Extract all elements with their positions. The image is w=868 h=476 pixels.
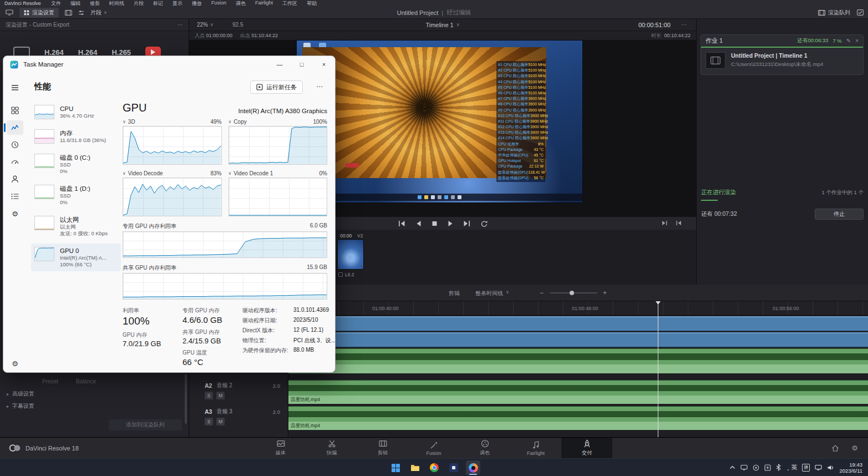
start-button[interactable]: [388, 460, 403, 475]
audio-clip-waveform[interactable]: [288, 406, 868, 422]
menu-item[interactable]: 显示: [172, 0, 182, 7]
menu-item[interactable]: 标记: [153, 0, 163, 7]
maximize-button[interactable]: □: [291, 56, 313, 73]
file-explorer-icon[interactable]: [408, 460, 422, 475]
render-queue-button[interactable]: 渲染队列: [818, 9, 850, 17]
perf-sidebar-item[interactable]: 以太网 以太网 发送: 0 接收: 0 Kbps: [31, 212, 121, 240]
range-label[interactable]: 剪辑: [449, 290, 460, 297]
users-nav-icon[interactable]: [7, 172, 23, 186]
menu-item[interactable]: 帮助: [307, 0, 317, 7]
play-reverse-button[interactable]: [415, 220, 422, 227]
home-icon[interactable]: [831, 444, 839, 452]
processes-nav-icon[interactable]: [7, 103, 23, 118]
tray-chevron-up-icon[interactable]: [729, 465, 735, 470]
playhead[interactable]: [658, 301, 658, 437]
skip-to-start-button[interactable]: [398, 220, 405, 227]
services-nav-icon[interactable]: ⚙: [7, 206, 23, 221]
menu-item[interactable]: 时间线: [109, 0, 124, 7]
solo-button[interactable]: S: [205, 418, 213, 426]
remove-job-icon[interactable]: ×: [855, 38, 859, 44]
chevron-down-icon[interactable]: ∨: [123, 119, 126, 124]
app-history-nav-icon[interactable]: [7, 138, 23, 152]
zoom-slider-knob[interactable]: [570, 291, 574, 295]
filmstrip-icon[interactable]: [65, 10, 72, 16]
perf-sidebar-item[interactable]: GPU 0 Intel(R) Arc(TM) A... 100% (66 °C): [31, 244, 121, 271]
ime-indicator[interactable]: 拼: [802, 464, 810, 472]
close-button[interactable]: ×: [313, 56, 335, 73]
preset-label[interactable]: Preset: [42, 378, 58, 384]
chrome-icon[interactable]: [427, 460, 441, 475]
perf-sidebar-item[interactable]: 磁盘 1 (D:) SSD 0%: [31, 181, 121, 209]
volume-icon[interactable]: [827, 464, 834, 471]
monitor-icon[interactable]: [6, 9, 13, 16]
balance-label[interactable]: Balance: [76, 378, 96, 384]
range-dropdown[interactable]: 整条时间线 ∨: [475, 290, 509, 297]
clip-dropdown[interactable]: 片段 ∨: [90, 9, 107, 17]
tab-fusion[interactable]: Fusion: [408, 438, 459, 458]
menu-item[interactable]: 调色: [236, 0, 246, 7]
jump-to-last-frame-button[interactable]: [662, 220, 668, 226]
tab-deliver[interactable]: 交付: [561, 438, 612, 458]
tray-display-icon[interactable]: [740, 464, 748, 470]
edit-job-icon[interactable]: ✎: [846, 38, 851, 44]
zoom-out-icon[interactable]: −: [540, 289, 544, 297]
tray-bluetooth-icon[interactable]: [776, 464, 781, 471]
add-to-render-queue-button[interactable]: 添加到渲染队列: [109, 419, 182, 431]
menu-item[interactable]: 工作区: [282, 0, 297, 7]
menu-item[interactable]: 修剪: [90, 0, 100, 7]
taskbar-clock[interactable]: 19:43 2023/6/11: [839, 462, 865, 474]
timeline-selector[interactable]: Timeline 1 ∨: [189, 19, 696, 31]
tray-app-icon[interactable]: [764, 464, 771, 471]
perf-sidebar-item[interactable]: 磁盘 0 (C:) SSD 0%: [31, 150, 121, 178]
perf-sidebar-item[interactable]: 内存 11.6/31.8 GB (36%): [31, 126, 121, 147]
perf-sidebar-item[interactable]: CPU 36% 4.70 GHz: [31, 102, 121, 123]
menu-item[interactable]: 编辑: [70, 0, 80, 7]
stop-button[interactable]: [431, 220, 438, 227]
more-icon[interactable]: ⋯: [177, 22, 183, 28]
sliders-icon[interactable]: [78, 10, 84, 16]
audio-clip-name[interactable]: 温度功耗.mp4: [288, 422, 868, 430]
play-button[interactable]: [447, 220, 454, 227]
chevron-down-icon[interactable]: ∨: [229, 119, 232, 124]
tab-fairlight[interactable]: Fairlight: [510, 438, 561, 458]
menu-item[interactable]: 文件: [51, 0, 61, 7]
more-icon[interactable]: ⋯: [316, 83, 323, 90]
solo-button[interactable]: S: [205, 392, 213, 399]
davinci-resolve-taskbar-icon[interactable]: [466, 460, 480, 475]
menu-item[interactable]: 片段: [134, 0, 144, 7]
audio-clip-name[interactable]: 温度功耗.mp4: [288, 396, 868, 404]
startup-apps-nav-icon[interactable]: [7, 155, 23, 169]
track-header-a2[interactable]: A2 音频 2 2.0 S M: [189, 380, 288, 406]
more-icon[interactable]: ⋯: [681, 19, 687, 31]
tab-cut[interactable]: 快编: [306, 438, 357, 458]
zoom-in-icon[interactable]: +: [603, 289, 607, 297]
tray-record-icon[interactable]: [753, 464, 759, 471]
jump-to-first-frame-button[interactable]: [676, 220, 682, 226]
render-settings-button[interactable]: 渲染设置: [19, 8, 59, 18]
media-app-icon[interactable]: [446, 460, 461, 475]
track-header-a3[interactable]: A3 音频 3 2.0 S M: [189, 406, 288, 432]
advanced-settings-section[interactable]: ▸ 高级设置: [7, 390, 34, 398]
subtitle-settings-section[interactable]: ▸ 字幕设置: [7, 402, 34, 410]
chevron-down-icon[interactable]: ∨: [123, 171, 126, 176]
settings-gear-icon[interactable]: ⚙: [3, 359, 27, 368]
network-icon[interactable]: [815, 464, 822, 470]
tab-media[interactable]: 媒体: [255, 438, 306, 458]
audio-clip-waveform[interactable]: [288, 380, 868, 396]
mute-button[interactable]: M: [216, 392, 225, 399]
tab-edit[interactable]: 剪辑: [357, 438, 408, 458]
panel-toggle-icon[interactable]: [857, 9, 864, 16]
loop-button[interactable]: [480, 220, 488, 227]
stop-button[interactable]: 停止: [815, 209, 864, 220]
task-manager-titlebar[interactable]: Task Manager — □ ×: [3, 56, 335, 73]
chevron-down-icon[interactable]: ∨: [229, 171, 232, 176]
video-clip-thumbnail[interactable]: [337, 239, 364, 270]
language-indicator[interactable]: 英: [791, 463, 797, 472]
mute-button[interactable]: M: [216, 418, 225, 426]
scrollbar[interactable]: [185, 374, 187, 424]
hamburger-menu-icon[interactable]: [7, 80, 23, 95]
video-clip[interactable]: [288, 316, 868, 331]
menu-item[interactable]: 播放: [192, 0, 202, 7]
menu-item[interactable]: Fusion: [211, 0, 226, 7]
audio-clip-name[interactable]: 温度功耗.mp4: [288, 364, 868, 373]
